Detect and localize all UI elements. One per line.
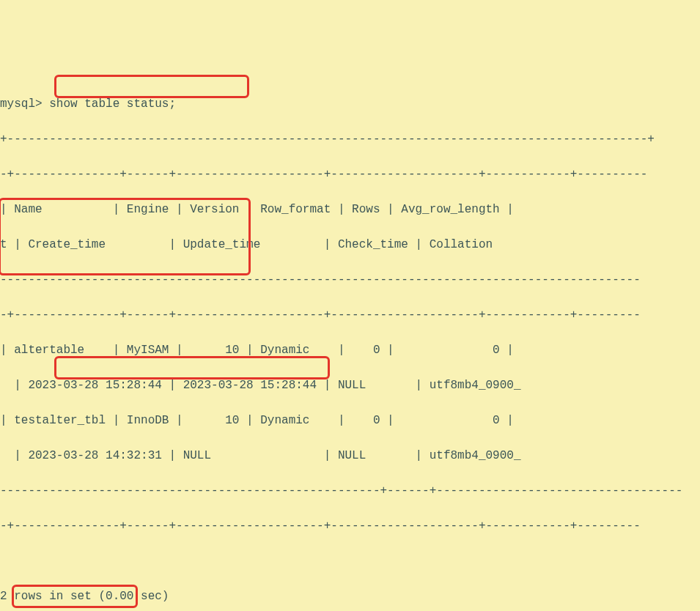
- table-header-row: t | Create_time | Update_time | Check_ti…: [0, 236, 700, 253]
- table-row: | 2023-03-28 14:32:31 | NULL | NULL | ut…: [0, 447, 700, 464]
- separator: -+---------------+------+---------------…: [0, 306, 700, 324]
- command-show-table-status: show table status;: [43, 97, 176, 111]
- separator: -+---------------+------+---------------…: [0, 166, 700, 183]
- separator: ----------------------------------------…: [0, 271, 700, 289]
- separator: ----------------------------------------…: [0, 482, 700, 500]
- separator: -+---------------+------+---------------…: [0, 517, 700, 535]
- separator: +---------------------------------------…: [0, 130, 700, 148]
- table-row: | testalter_tbl | InnoDB | 10 | Dynamic …: [0, 412, 700, 429]
- result-text: 2 rows in set (0.00 sec): [0, 588, 700, 605]
- table-row: | altertable | MyISAM | 10 | Dynamic | 0…: [0, 341, 700, 359]
- table-row: | 2023-03-28 15:28:44 | 2023-03-28 15:28…: [0, 377, 700, 394]
- table-header-row: | Name | Engine | Version | Row_format |…: [0, 201, 700, 218]
- mysql-prompt: mysql>: [0, 97, 43, 111]
